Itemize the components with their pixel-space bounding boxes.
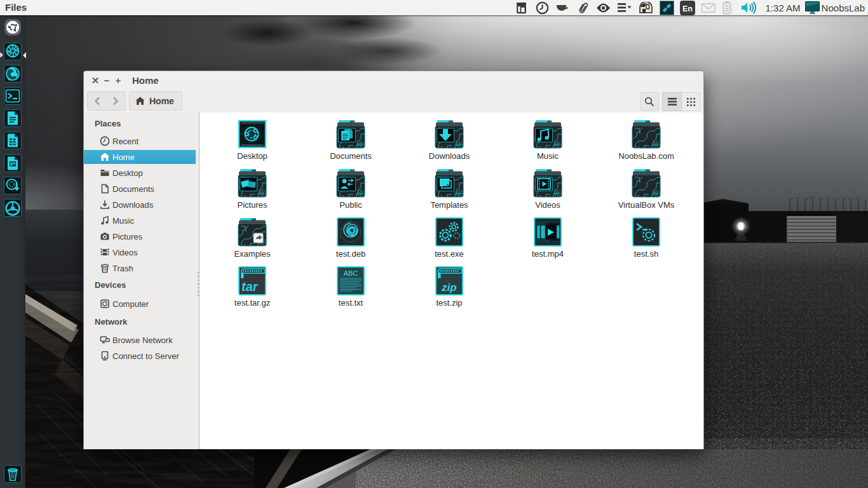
svg-text:En: En <box>682 4 693 13</box>
svg-text:tar: tar <box>241 280 259 294</box>
svg-text:zip: zip <box>441 281 457 294</box>
svg-text:ABC: ABC <box>344 269 358 277</box>
